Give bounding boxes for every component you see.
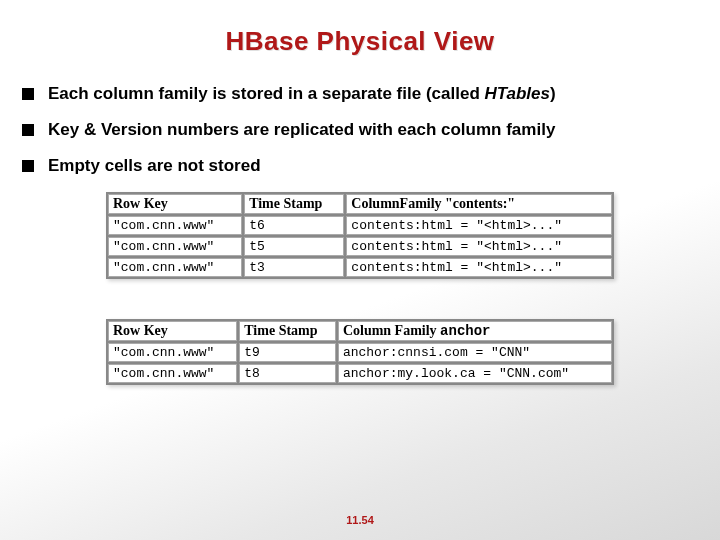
table-header-row: Row Key Time Stamp ColumnFamily "content… (108, 194, 612, 214)
cell: anchor:my.look.ca = "CNN.com" (338, 364, 612, 383)
tables-area: Row Key Time Stamp ColumnFamily "content… (106, 192, 614, 385)
list-item: Each column family is stored in a separa… (22, 83, 720, 106)
col-header-serif: Column Family (343, 323, 440, 338)
cell: t9 (239, 343, 336, 362)
bullet-text-em: HTables (485, 84, 551, 103)
bullet-text-post: ) (550, 84, 556, 103)
list-item: Key & Version numbers are replicated wit… (22, 119, 720, 142)
table-row: "com.cnn.www" t3 contents:html = "<html>… (108, 258, 612, 277)
cell: t5 (244, 237, 344, 256)
bullet-text: Empty cells are not stored (48, 155, 261, 178)
cell: t3 (244, 258, 344, 277)
list-item: Empty cells are not stored (22, 155, 720, 178)
col-header: Row Key (108, 194, 242, 214)
col-header: Row Key (108, 321, 237, 341)
spacer (106, 279, 614, 319)
square-bullet-icon (22, 88, 34, 100)
bullet-text-pre: Empty cells are not stored (48, 156, 261, 175)
square-bullet-icon (22, 124, 34, 136)
bullet-text-pre: Key & Version numbers are replicated wit… (48, 120, 555, 139)
col-header: Time Stamp (239, 321, 336, 341)
cell: "com.cnn.www" (108, 237, 242, 256)
cell: "com.cnn.www" (108, 364, 237, 383)
col-header: ColumnFamily "contents:" (346, 194, 612, 214)
cell: contents:html = "<html>..." (346, 258, 612, 277)
table-contents: Row Key Time Stamp ColumnFamily "content… (106, 192, 614, 279)
slide-number: 11.54 (0, 514, 720, 526)
cell: anchor:cnnsi.com = "CNN" (338, 343, 612, 362)
col-header: Time Stamp (244, 194, 344, 214)
cell: contents:html = "<html>..." (346, 237, 612, 256)
table-header-row: Row Key Time Stamp Column Family anchor (108, 321, 612, 341)
cell: "com.cnn.www" (108, 343, 237, 362)
cell: "com.cnn.www" (108, 216, 242, 235)
col-header-mono: anchor (440, 323, 490, 339)
table-row: "com.cnn.www" t9 anchor:cnnsi.com = "CNN… (108, 343, 612, 362)
cell: t6 (244, 216, 344, 235)
col-header: Column Family anchor (338, 321, 612, 341)
bullet-text-pre: Each column family is stored in a separa… (48, 84, 485, 103)
page-title: HBase Physical View (0, 0, 720, 57)
cell: contents:html = "<html>..." (346, 216, 612, 235)
bullet-text: Each column family is stored in a separa… (48, 83, 556, 106)
bullet-list: Each column family is stored in a separa… (22, 83, 720, 178)
cell: "com.cnn.www" (108, 258, 242, 277)
table-row: "com.cnn.www" t6 contents:html = "<html>… (108, 216, 612, 235)
table-row: "com.cnn.www" t5 contents:html = "<html>… (108, 237, 612, 256)
table-anchor: Row Key Time Stamp Column Family anchor … (106, 319, 614, 385)
slide: HBase Physical View Each column family i… (0, 0, 720, 540)
square-bullet-icon (22, 160, 34, 172)
bullet-text: Key & Version numbers are replicated wit… (48, 119, 555, 142)
cell: t8 (239, 364, 336, 383)
table-row: "com.cnn.www" t8 anchor:my.look.ca = "CN… (108, 364, 612, 383)
